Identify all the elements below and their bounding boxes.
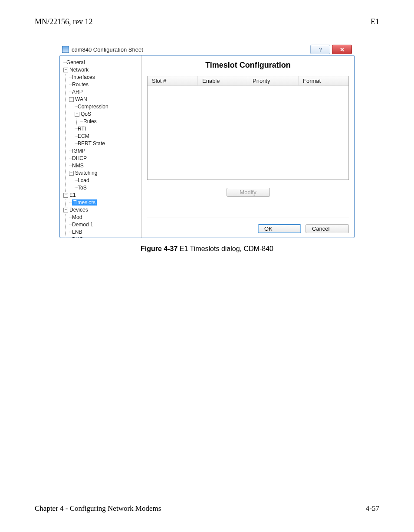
title-bar[interactable]: cdm840 Configuration Sheet ? ✕ <box>59 44 355 55</box>
tree-compression[interactable]: Compression <box>78 104 108 110</box>
tree-routes[interactable]: Routes <box>72 82 89 88</box>
col-enable[interactable]: Enable <box>198 76 248 85</box>
tree-switching[interactable]: Switching <box>75 170 97 176</box>
modify-button: Modify <box>227 188 270 197</box>
tree-demod1[interactable]: Demod 1 <box>72 222 93 228</box>
tree-qos[interactable]: QoS <box>81 111 91 117</box>
chapter-label: Chapter 4 - Configuring Network Modems <box>35 504 161 513</box>
tree-rules[interactable]: Rules <box>83 118 97 124</box>
col-slot[interactable]: Slot # <box>148 76 198 85</box>
dialog-window: cdm840 Configuration Sheet ? ✕ General −… <box>59 44 355 253</box>
close-button[interactable]: ✕ <box>332 45 352 54</box>
app-icon <box>62 46 69 53</box>
tree-mod[interactable]: Mod <box>72 214 82 220</box>
col-format[interactable]: Format <box>299 76 348 85</box>
tree-wan[interactable]: WAN <box>75 96 87 102</box>
figure-caption: Figure 4-37 E1 Timeslots dialog, CDM-840 <box>59 245 355 253</box>
tree-nms[interactable]: NMS <box>72 163 84 169</box>
tree-tos[interactable]: ToS <box>78 185 87 191</box>
figure-number: Figure 4-37 <box>141 245 177 252</box>
expander-icon[interactable]: − <box>63 68 68 72</box>
table-header-row: Slot # Enable Priority Format <box>148 76 348 86</box>
expander-icon[interactable]: − <box>69 97 74 102</box>
expander-icon[interactable]: − <box>63 208 68 212</box>
tree-buc[interactable]: BUC <box>72 236 83 238</box>
figure-text: E1 Timeslots dialog, CDM-840 <box>177 245 273 252</box>
help-icon: ? <box>319 46 322 53</box>
tree-lnb[interactable]: LNB <box>72 229 82 235</box>
expander-icon[interactable]: − <box>69 171 74 176</box>
window-title: cdm840 Configuration Sheet <box>72 46 309 53</box>
cancel-button[interactable]: Cancel <box>306 224 349 233</box>
timeslot-table[interactable]: Slot # Enable Priority Format <box>147 76 349 180</box>
tree-arp[interactable]: ARP <box>72 89 83 95</box>
expander-icon[interactable]: − <box>75 112 79 117</box>
page-number: 4-57 <box>366 504 379 513</box>
tree-load[interactable]: Load <box>78 177 89 183</box>
tree-rti[interactable]: RTI <box>78 126 86 132</box>
tree-general[interactable]: General <box>66 59 85 65</box>
tree-ecm[interactable]: ECM <box>78 133 89 139</box>
nav-tree[interactable]: General −Network Interfaces Routes ARP −… <box>60 55 142 238</box>
doc-id: MN/22156, rev 12 <box>35 17 93 26</box>
page-section: E1 <box>371 17 379 26</box>
panel-title: Timeslot Configuration <box>147 61 349 70</box>
tree-devices[interactable]: Devices <box>69 207 88 213</box>
tree-dhcp[interactable]: DHCP <box>72 155 87 161</box>
tree-bert-state[interactable]: BERT State <box>78 140 105 147</box>
tree-igmp[interactable]: IGMP <box>72 148 85 154</box>
ok-button[interactable]: OK <box>258 224 301 233</box>
help-button[interactable]: ? <box>310 45 330 54</box>
expander-icon[interactable]: − <box>63 193 68 198</box>
col-priority[interactable]: Priority <box>248 76 299 85</box>
tree-network[interactable]: Network <box>69 67 89 73</box>
tree-e1[interactable]: E1 <box>69 192 76 198</box>
tree-timeslots[interactable]: Timeslots <box>72 199 97 206</box>
close-icon: ✕ <box>340 46 345 53</box>
tree-interfaces[interactable]: Interfaces <box>72 74 95 80</box>
